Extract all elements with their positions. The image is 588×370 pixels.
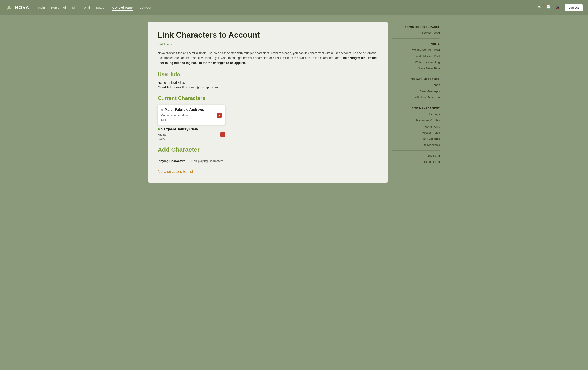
sidebar-item-specs-form[interactable]: Specs Form bbox=[392, 159, 440, 165]
char-name-text-jeffrey: Sergeant Jeffrey Clark bbox=[161, 127, 198, 131]
sidebar-write-title: WRITE bbox=[392, 42, 440, 45]
add-character-title: Add Character bbox=[158, 146, 378, 153]
char-position-jeffrey: Marine bbox=[158, 133, 166, 136]
sidebar-item-control-panel[interactable]: Control Panel bbox=[392, 30, 440, 36]
svg-marker-0 bbox=[7, 5, 11, 10]
user-info-section: User Info Name – Floyd Miles Email Addre… bbox=[158, 71, 378, 89]
tab-playing-characters[interactable]: Playing Characters bbox=[158, 158, 185, 165]
sidebar-item-settings[interactable]: Settings bbox=[392, 111, 440, 117]
messages-dot bbox=[543, 4, 545, 6]
char-name-fabricio: Major Fabricio Andrews bbox=[161, 108, 222, 112]
nav-link-personnel[interactable]: Personnel bbox=[51, 5, 66, 11]
sidebar-item-write-mission-post[interactable]: Write Mission Post bbox=[392, 53, 440, 59]
nav-logo[interactable]: NOVA bbox=[5, 4, 29, 11]
name-value: Floyd Miles bbox=[169, 81, 185, 84]
name-label: Name bbox=[158, 81, 166, 84]
name-separator: – bbox=[167, 81, 169, 84]
sidebar-item-write-news-item[interactable]: Write News Item bbox=[392, 65, 440, 71]
navbar: NOVA Main Personnel Sim Wiki Search Cont… bbox=[0, 0, 588, 15]
messages-icon[interactable]: ✉ bbox=[538, 5, 544, 11]
tab-non-playing-characters[interactable]: Non-playing Characters bbox=[191, 158, 223, 165]
sidebar-item-ban-controls[interactable]: Ban Controls bbox=[392, 136, 440, 142]
sidebar-item-writing-control-panel[interactable]: Writing Control Panel bbox=[392, 47, 440, 53]
remove-jeffrey-button[interactable]: – bbox=[220, 132, 225, 137]
nav-link-sim[interactable]: Sim bbox=[72, 5, 77, 11]
character-card-fabricio: Major Fabricio Andrews Commander, Air Gr… bbox=[158, 105, 225, 125]
sidebar-admin-title: ADMIN CONTROL PANEL bbox=[392, 26, 440, 28]
page-wrapper: Link Characters to Account « All Users N… bbox=[144, 15, 444, 189]
char-name-jeffrey: Sergeant Jeffrey Clark bbox=[158, 127, 378, 131]
nav-right-icons: ✉ 📄 🎩 Log out bbox=[538, 4, 583, 11]
char-status-dot-jeffrey bbox=[158, 128, 160, 130]
char-detail-jeffrey: Marine – bbox=[158, 132, 225, 137]
char-status-dot-fabricio bbox=[161, 109, 163, 111]
char-position-fabricio: Commander, Air Group bbox=[161, 114, 190, 117]
sidebar-item-bio-form[interactable]: Bio Form bbox=[392, 153, 440, 159]
user-info-title: User Info bbox=[158, 71, 378, 77]
logo-text: NOVA bbox=[15, 5, 29, 10]
nav-link-control-panel[interactable]: Control Panel bbox=[112, 5, 134, 11]
nav-links: Main Personnel Sim Wiki Search Control P… bbox=[38, 5, 538, 11]
nav-link-wiki[interactable]: Wiki bbox=[84, 5, 90, 11]
sidebar-item-write-new-message[interactable]: Write New Message bbox=[392, 94, 440, 101]
sidebar-item-access-roles[interactable]: Access Roles bbox=[392, 130, 440, 136]
sidebar-item-site-manifests[interactable]: Site Manifests bbox=[392, 142, 440, 148]
nav-link-main[interactable]: Main bbox=[38, 5, 45, 11]
email-separator: – bbox=[180, 85, 182, 89]
sidebar-item-inbox[interactable]: Inbox bbox=[392, 82, 440, 88]
sidebar-divider-1 bbox=[392, 38, 440, 39]
sidebar-item-sent-messages[interactable]: Sent Messages bbox=[392, 88, 440, 94]
char-name-text-fabricio: Major Fabricio Andrews bbox=[165, 108, 204, 112]
current-characters-section: Current Characters Major Fabricio Andrew… bbox=[158, 95, 378, 140]
sidebar-divider-4 bbox=[392, 150, 440, 151]
sidebar-item-menu-items[interactable]: Menu Items bbox=[392, 124, 440, 130]
sidebar: ADMIN CONTROL PANEL Control Panel WRITE … bbox=[392, 22, 440, 165]
remove-fabricio-button[interactable]: – bbox=[217, 113, 222, 118]
sidebar-item-messages-titles[interactable]: Messages & Titles bbox=[392, 117, 440, 123]
user-email: Email Address – floyd.miles@example.com bbox=[158, 85, 378, 89]
user-icon[interactable]: 🎩 bbox=[555, 5, 561, 11]
email-value: floyd.miles@example.com bbox=[182, 85, 218, 89]
no-characters-message: No characters found bbox=[158, 169, 378, 174]
character-item-jeffrey: Sergeant Jeffrey Clark Marine – Active bbox=[158, 127, 378, 140]
nav-link-search[interactable]: Search bbox=[96, 5, 106, 11]
current-characters-title: Current Characters bbox=[158, 95, 378, 101]
sidebar-item-write-personal-log[interactable]: Write Personal Log bbox=[392, 59, 440, 65]
user-name: Name – Floyd Miles bbox=[158, 81, 378, 84]
character-tabs: Playing Characters Non-playing Character… bbox=[158, 158, 378, 165]
breadcrumb-all-users[interactable]: « All Users bbox=[158, 42, 172, 46]
main-content: Link Characters to Account « All Users N… bbox=[148, 22, 388, 183]
char-type-jeffrey: Active bbox=[158, 137, 378, 140]
char-type-fabricio: NPC bbox=[161, 118, 222, 122]
logout-button[interactable]: Log out bbox=[565, 4, 583, 11]
email-label: Email Address bbox=[158, 85, 179, 89]
description-text: Nova provides the ability for a single u… bbox=[158, 51, 378, 65]
page-title: Link Characters to Account bbox=[158, 31, 378, 40]
sidebar-divider-3 bbox=[392, 103, 440, 103]
nav-link-logout[interactable]: Log Out bbox=[140, 5, 151, 11]
sidebar-divider-2 bbox=[392, 73, 440, 74]
add-character-section: Add Character Playing Characters Non-pla… bbox=[158, 146, 378, 174]
sidebar-site-management-title: SITE MANAGEMENT bbox=[392, 107, 440, 110]
sidebar-pm-title: PRIVATE MESSAGES bbox=[392, 78, 440, 80]
documents-icon[interactable]: 📄 bbox=[546, 5, 553, 11]
char-row-fabricio: Commander, Air Group – bbox=[161, 113, 222, 118]
